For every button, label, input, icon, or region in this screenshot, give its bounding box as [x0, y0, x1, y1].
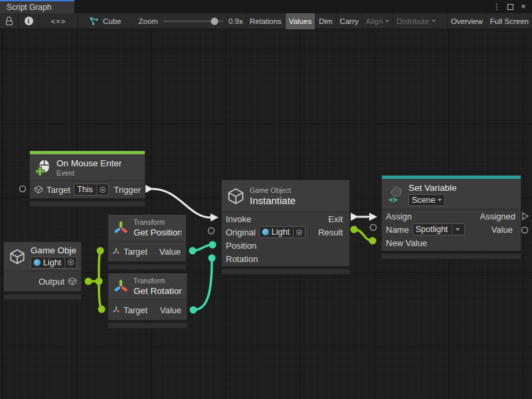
- align-label: Align: [366, 17, 383, 25]
- zoom-label: Zoom: [139, 17, 158, 25]
- node-footer: [381, 253, 521, 259]
- transform-icon: [112, 247, 120, 255]
- port-new-value-input[interactable]: [369, 237, 377, 245]
- port-label-name: Name: [386, 225, 409, 235]
- tab-script-graph[interactable]: Script Graph: [0, 0, 74, 13]
- wire-trigger-to-invoke[interactable]: [152, 189, 211, 217]
- graph-breadcrumb[interactable]: Cube: [89, 17, 122, 26]
- window-close-button[interactable]: ×: [519, 2, 528, 11]
- game-object-value-chip[interactable]: Light: [31, 257, 77, 269]
- align-button[interactable]: Align: [362, 13, 393, 29]
- dropdown-button[interactable]: [452, 224, 462, 235]
- object-picker-icon[interactable]: [293, 227, 302, 237]
- dim-button[interactable]: Dim: [315, 13, 335, 29]
- port-label-value: Value: [160, 305, 183, 315]
- zoom-value: 0.9x: [228, 17, 243, 25]
- port-target-input[interactable]: [20, 186, 26, 192]
- chevron-down-icon: [432, 20, 436, 23]
- transform-icon: [113, 279, 129, 295]
- tab-title: Script Graph: [7, 3, 51, 12]
- port-position-input[interactable]: [209, 241, 217, 249]
- fullscreen-button[interactable]: Full Screen: [486, 13, 532, 29]
- port-trigger-output[interactable]: [145, 185, 153, 193]
- svg-text:<>: <>: [389, 194, 398, 202]
- mouse-add-icon: [35, 159, 52, 176]
- variable-scope-dropdown[interactable]: Scene: [408, 194, 445, 206]
- wire-result-to-new-value[interactable]: [354, 229, 373, 241]
- port-gameobject-output[interactable]: [85, 278, 92, 285]
- port-name-input[interactable]: [371, 225, 377, 231]
- wire-output-to-getposition-target[interactable]: [99, 251, 100, 281]
- window-maximize-button[interactable]: [505, 2, 515, 11]
- chevron-down-icon: [438, 199, 442, 201]
- node-set-variable[interactable]: <> Set Variable Scene Assign Assigned: [381, 175, 521, 259]
- object-picker-icon[interactable]: [64, 257, 74, 268]
- node-footer: [221, 269, 350, 275]
- chip-value: Scene: [412, 196, 435, 205]
- wire-getposition-value-to-position[interactable]: [193, 245, 213, 251]
- port-getposition-target-input[interactable]: [97, 247, 104, 255]
- port-assigned-output[interactable]: [523, 213, 528, 219]
- wire-getrotation-value-to-rotation[interactable]: [193, 259, 212, 310]
- wire-output-to-getrotation-target[interactable]: [99, 281, 102, 309]
- distribute-label: Distribute: [397, 17, 429, 25]
- node-game-object-literal[interactable]: Game Object Light Output: [3, 241, 82, 300]
- node-title: Instantiate: [250, 195, 296, 206]
- node-title: Get Position: [133, 227, 181, 238]
- port-label-rotation: Rotation: [226, 254, 258, 264]
- node-title: Get Rotation: [133, 285, 182, 297]
- zoom-slider-handle[interactable]: [211, 17, 219, 25]
- object-picker-icon[interactable]: [96, 184, 106, 195]
- node-caption: Event: [56, 169, 122, 178]
- port-rotation-input[interactable]: [209, 255, 216, 262]
- distribute-button[interactable]: Distribute: [393, 13, 439, 29]
- code-view-button[interactable]: <×>: [39, 13, 78, 29]
- node-get-position[interactable]: Transform Get Position Target Value: [108, 214, 187, 270]
- port-label-new-value: New Value: [386, 238, 427, 248]
- inspect-button[interactable]: i: [19, 13, 39, 29]
- chevron-down-icon: [456, 228, 460, 231]
- node-instantiate[interactable]: Game Object Instantiate Invoke Exit Orig…: [221, 180, 350, 275]
- node-footer: [108, 264, 187, 270]
- port-getposition-value-output[interactable]: [189, 247, 197, 255]
- node-on-mouse-enter[interactable]: On Mouse Enter Event Target This: [29, 150, 145, 207]
- overview-button[interactable]: Overview: [447, 13, 486, 29]
- zoom-slider[interactable]: [163, 21, 223, 22]
- port-assign-input[interactable]: [369, 213, 377, 221]
- port-label-original: Original: [226, 227, 256, 237]
- port-label-target: Target: [124, 305, 147, 315]
- window-menu-button[interactable]: ⋮: [492, 2, 501, 11]
- port-getrotation-target-input[interactable]: [98, 306, 106, 313]
- port-exit-output[interactable]: [351, 213, 359, 221]
- node-caption: Transform: [133, 277, 182, 285]
- game-object-icon: [226, 187, 245, 205]
- node-caption: Game Object: [250, 186, 296, 195]
- node-caption: Transform: [133, 218, 181, 227]
- port-label-value: Value: [491, 225, 517, 235]
- node-get-rotation[interactable]: Transform Get Rotation Target Value: [108, 273, 187, 329]
- node-title: On Mouse Enter: [56, 158, 122, 169]
- toolbar-separator: [78, 13, 78, 29]
- node-title: Game Object: [31, 245, 76, 256]
- script-graph-window: Script Graph ⋮ × i <×> Cube: [0, 0, 532, 399]
- lock-button[interactable]: [0, 13, 18, 29]
- port-original-input[interactable]: [209, 228, 215, 234]
- port-label-result: Result: [318, 227, 345, 237]
- port-invoke-input[interactable]: [211, 213, 219, 221]
- port-label-position: Position: [226, 241, 256, 251]
- port-value-output[interactable]: [522, 227, 528, 233]
- carry-button[interactable]: Carry: [336, 13, 362, 29]
- relations-button[interactable]: Relations: [246, 13, 285, 29]
- port-result-output[interactable]: [351, 226, 358, 233]
- chip-value: Light: [272, 227, 290, 237]
- graph-canvas[interactable]: On Mouse Enter Event Target This: [0, 29, 532, 399]
- game-object-icon: [68, 277, 77, 286]
- game-object-icon: [34, 185, 43, 194]
- variable-name-dropdown[interactable]: Spotlight: [412, 223, 466, 235]
- port-label-invoke: Invoke: [226, 214, 251, 224]
- values-button[interactable]: Values: [285, 13, 315, 29]
- maximize-icon: [507, 4, 513, 10]
- original-value-chip[interactable]: Light: [259, 226, 306, 238]
- port-getrotation-value-output[interactable]: [190, 307, 197, 314]
- target-value-chip[interactable]: This: [74, 184, 109, 196]
